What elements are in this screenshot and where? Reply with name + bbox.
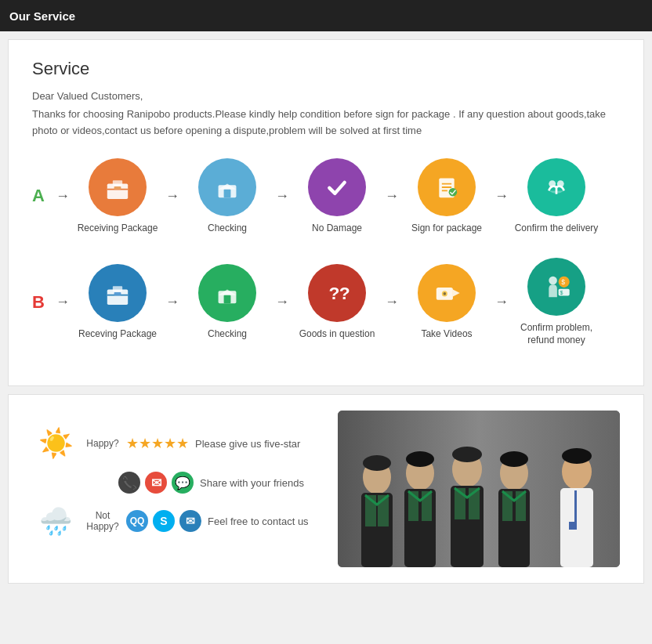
cloud-rain-icon: 🌧️ xyxy=(39,508,72,534)
phone-icon: 📞 xyxy=(118,472,140,494)
svg-point-53 xyxy=(363,455,391,471)
qq-icon: QQ xyxy=(126,510,148,532)
svg-point-54 xyxy=(406,451,434,467)
svg-point-24 xyxy=(444,292,447,295)
dear-text: Dear Valued Customers, xyxy=(32,90,620,102)
share-row: 📞 ✉ 💬 Share with your friends xyxy=(32,472,338,494)
goods-question-label: Goods in question xyxy=(299,328,375,341)
not-happy-icon-area: 🌧️ xyxy=(32,508,79,534)
star-1: ★ xyxy=(126,435,139,452)
svg-text:$: $ xyxy=(560,290,563,295)
arrow-b: → xyxy=(165,294,179,310)
svg-rect-14 xyxy=(113,286,122,291)
flow-row-a: A → Receiving Package → xyxy=(32,158,620,235)
confirm-b-label: Confirm problem, refund money xyxy=(520,322,592,346)
svg-point-25 xyxy=(549,277,557,285)
main-content: Service Dear Valued Customers, Thanks fo… xyxy=(8,39,644,386)
stars-area: ★ ★ ★ ★ ★ xyxy=(126,435,189,452)
receiving-icon xyxy=(89,158,147,216)
confirm-a-icon xyxy=(527,158,585,216)
svg-rect-16 xyxy=(114,292,121,295)
flow-item-sign: Sign for package xyxy=(404,158,490,235)
arrow: → xyxy=(56,188,70,204)
checking-a-icon xyxy=(198,158,256,216)
flow-item-confirm-b: $ $ Confirm problem, refund money xyxy=(513,258,599,346)
flow-item-receiving: Receiving Package xyxy=(74,158,161,235)
svg-point-10 xyxy=(449,187,458,196)
flow-item-take-videos: Take Videos xyxy=(404,264,490,341)
svg-text:?: ? xyxy=(339,283,350,303)
star-4: ★ xyxy=(164,435,176,452)
flow-label-a: A xyxy=(32,186,48,206)
header-title: Our Service xyxy=(9,9,75,23)
svg-point-56 xyxy=(500,451,528,467)
svg-rect-3 xyxy=(114,186,121,190)
service-title: Service xyxy=(32,59,620,79)
take-videos-icon xyxy=(418,264,476,322)
svg-rect-0 xyxy=(107,183,128,198)
arrow: → xyxy=(385,188,399,204)
take-videos-label: Take Videos xyxy=(421,328,472,341)
svg-point-57 xyxy=(562,448,592,464)
svg-rect-18 xyxy=(224,295,231,304)
checking-b-icon xyxy=(198,264,256,322)
receiving-label: Receiving Package xyxy=(78,223,158,235)
contact-icons: QQ S ✉ xyxy=(126,510,201,532)
arrow: → xyxy=(275,188,289,204)
svg-rect-51 xyxy=(565,490,574,522)
svg-point-55 xyxy=(452,447,482,462)
confirm-a-label: Confirm the delivery xyxy=(515,223,599,235)
mail-icon: ✉ xyxy=(145,472,167,494)
svg-text:?: ? xyxy=(328,283,339,303)
sign-label: Sign for package xyxy=(411,223,482,235)
svg-text:$: $ xyxy=(561,279,565,287)
happy-icon-area: ☀️ xyxy=(32,429,79,458)
share-text: Share with your friends xyxy=(200,477,304,489)
happy-row: ☀️ Happy? ★ ★ ★ ★ ★ Please give us five-… xyxy=(32,429,338,458)
team-photo xyxy=(338,411,620,567)
flow-item-nodamage: No Damage xyxy=(294,158,380,235)
arrow-b: → xyxy=(494,294,509,310)
sun-icon: ☀️ xyxy=(38,429,74,458)
arrow-b: → xyxy=(385,294,399,310)
svg-rect-1 xyxy=(113,180,122,186)
arrow-b: → xyxy=(56,294,70,310)
nodamage-icon xyxy=(308,158,366,216)
svg-point-12 xyxy=(557,180,564,187)
flow-row-b: B → Receving Package → xyxy=(32,258,620,346)
chat-icon: 💬 xyxy=(172,472,194,494)
bottom-section: ☀️ Happy? ★ ★ ★ ★ ★ Please give us five-… xyxy=(8,394,644,584)
receving-label: Receving Package xyxy=(78,328,157,341)
flow-item-checking-b: Checking xyxy=(184,264,270,341)
svg-rect-5 xyxy=(224,189,231,197)
confirm-b-icon: $ $ xyxy=(527,258,585,316)
nodamage-label: No Damage xyxy=(312,223,362,235)
intro-text: Thanks for choosing Ranipobo products.Pl… xyxy=(32,107,620,139)
contact-text: Feel free to contact us xyxy=(208,516,309,527)
star-3: ★ xyxy=(151,435,164,452)
star-5: ★ xyxy=(176,435,189,452)
sign-icon xyxy=(418,158,476,216)
happy-label: Happy? xyxy=(79,438,126,449)
flow-section-a: A → Receiving Package → xyxy=(32,158,620,235)
flow-item-confirm-a: Confirm the delivery xyxy=(513,158,599,235)
skype-icon: S xyxy=(153,510,175,532)
svg-rect-52 xyxy=(581,490,591,522)
arrow: → xyxy=(494,188,509,204)
goods-question-icon: ? ? xyxy=(308,264,366,322)
receving-icon xyxy=(89,264,147,322)
svg-point-11 xyxy=(549,180,556,187)
not-happy-row: 🌧️ Not Happy? QQ S ✉ Feel free to contac… xyxy=(32,508,338,534)
team-photo-svg xyxy=(338,411,620,567)
svg-rect-13 xyxy=(107,290,128,305)
flow-item-goods-question: ? ? Goods in question xyxy=(294,264,380,341)
arrow-b: → xyxy=(275,294,289,310)
left-bottom: ☀️ Happy? ★ ★ ★ ★ ★ Please give us five-… xyxy=(32,429,338,548)
email-contact-icon: ✉ xyxy=(179,510,201,532)
five-star-text: Please give us five-star xyxy=(195,438,300,450)
not-happy-label: Not Happy? xyxy=(79,510,126,532)
svg-marker-22 xyxy=(453,290,460,297)
checking-b-label: Checking xyxy=(208,328,247,341)
arrow: → xyxy=(165,188,179,204)
flow-section-b: B → Receving Package → xyxy=(32,258,620,346)
